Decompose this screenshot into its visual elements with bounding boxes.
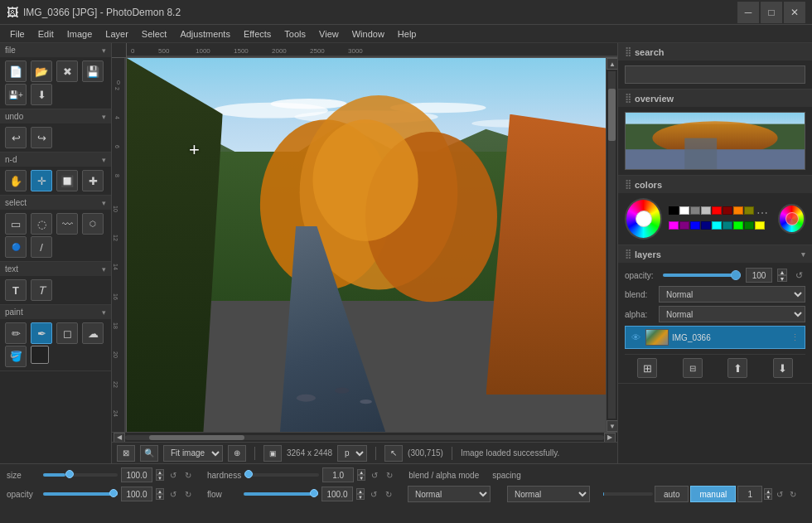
minimize-button[interactable]: ─ xyxy=(737,2,759,23)
hardness-reset-button[interactable]: ↺ xyxy=(369,469,380,481)
menu-effects[interactable]: Effects xyxy=(237,27,278,41)
canvas-inner[interactable] xyxy=(127,58,606,432)
menu-adjustments[interactable]: Adjustments xyxy=(173,27,237,41)
spacing-slider[interactable] xyxy=(603,492,653,496)
swatch-gray[interactable] xyxy=(690,206,700,215)
pipette-button[interactable]: 🔲 xyxy=(56,170,78,191)
scroll-up-button[interactable]: ▲ xyxy=(607,58,617,70)
size-down-arrow[interactable]: ▼ xyxy=(156,475,164,481)
size-slider[interactable] xyxy=(43,473,118,477)
swatch-silver[interactable] xyxy=(701,206,711,215)
swatch-blue[interactable] xyxy=(690,221,700,230)
size-up-arrow[interactable]: ▲ xyxy=(156,469,164,475)
opacity-tool-value[interactable] xyxy=(121,487,152,501)
pencil-button[interactable]: ✏ xyxy=(5,322,27,344)
merge-up-button[interactable]: ⬆ xyxy=(727,358,747,378)
scroll-down-button[interactable]: ▼ xyxy=(607,420,617,432)
fill-button[interactable]: 🪣 xyxy=(5,346,27,367)
opacity-tool-up-arrow[interactable]: ▲ xyxy=(156,488,164,494)
section-header-nd[interactable]: n-d ▾ xyxy=(0,153,111,167)
save-file-button[interactable]: 💾 xyxy=(82,61,104,82)
swatch-red[interactable] xyxy=(712,206,722,215)
opacity-tool-down-arrow[interactable]: ▼ xyxy=(156,494,164,500)
hardness-value[interactable] xyxy=(322,467,354,482)
overview-thumbnail[interactable] xyxy=(625,112,805,170)
flow-value[interactable] xyxy=(321,487,353,501)
blend-select[interactable]: Normal Multiply Screen xyxy=(659,286,805,303)
unit-select[interactable]: px cm in xyxy=(337,445,367,462)
spacing-reset[interactable]: ↺ xyxy=(774,488,785,500)
size-reset-button[interactable]: ↺ xyxy=(167,469,179,481)
close-button[interactable]: ✕ xyxy=(784,2,805,23)
zoom-in-button[interactable]: ⊕ xyxy=(228,445,246,462)
smudge-button[interactable]: ☁ xyxy=(82,322,104,344)
menu-help[interactable]: Help xyxy=(391,27,423,41)
swatch-green[interactable] xyxy=(744,221,754,230)
export-button[interactable]: ⬇ xyxy=(31,84,52,105)
swatch-purple[interactable] xyxy=(679,221,689,230)
magic-wand-button[interactable]: 🔵 xyxy=(5,236,27,258)
flow-up-arrow[interactable]: ▲ xyxy=(356,488,365,494)
opacity-up-arrow[interactable]: ▲ xyxy=(777,269,787,275)
color-picker-button[interactable] xyxy=(31,346,49,364)
hardness-down-arrow[interactable]: ▼ xyxy=(357,475,365,481)
open-file-button[interactable]: 📂 xyxy=(31,61,52,82)
ellipse-select-button[interactable]: ◌ xyxy=(31,213,52,235)
swatch-darkblue[interactable] xyxy=(701,221,711,230)
layer-item[interactable]: 👁 IMG_0366 ⋮ xyxy=(625,326,805,349)
opacity-slider[interactable] xyxy=(663,274,741,277)
scroll-right-button[interactable]: ▶ xyxy=(604,433,616,443)
flow-slider[interactable] xyxy=(244,492,318,496)
swatch-yellow[interactable] xyxy=(755,221,765,230)
swatch-olive[interactable] xyxy=(744,206,754,215)
size-value[interactable] xyxy=(121,467,152,482)
layer-menu-button[interactable]: ⋮ xyxy=(788,331,801,344)
spacing-restore[interactable]: ↻ xyxy=(787,488,799,500)
swatch-lime[interactable] xyxy=(733,221,743,230)
swatch-black[interactable] xyxy=(669,206,679,215)
spacing-down-arrow[interactable]: ▼ xyxy=(764,494,772,500)
flow-reset[interactable]: ↺ xyxy=(368,488,379,500)
blend-mode-select[interactable]: Normal Multiply Screen xyxy=(408,486,491,502)
menu-file[interactable]: File xyxy=(3,27,31,41)
manual-spacing-button[interactable]: manual xyxy=(690,486,736,502)
scroll-left-button[interactable]: ◀ xyxy=(114,433,125,443)
opacity-reset-button[interactable]: ↺ xyxy=(792,269,805,282)
close-file-button[interactable]: ✖ xyxy=(56,61,78,82)
measure-button[interactable]: ✚ xyxy=(82,170,104,191)
swatch-more-button[interactable]: ⋯ xyxy=(756,206,768,220)
lasso-button[interactable]: 〰 xyxy=(56,213,78,235)
menu-image[interactable]: Image xyxy=(60,27,99,41)
section-header-text[interactable]: text ▾ xyxy=(0,262,111,276)
zoom-out-button[interactable]: 🔍 xyxy=(140,445,158,462)
eraser-button[interactable]: ◻ xyxy=(56,322,78,344)
menu-view[interactable]: View xyxy=(312,27,346,41)
opacity-tool-slider[interactable] xyxy=(43,492,118,496)
opacity-tool-reset[interactable]: ↺ xyxy=(167,488,179,500)
swatch-white[interactable] xyxy=(679,206,689,215)
zoom-select[interactable]: Fit image 100% 50% xyxy=(163,445,223,462)
search-input[interactable] xyxy=(625,65,805,84)
swatch-orange[interactable] xyxy=(733,206,743,215)
paintbrush-button[interactable]: ✒ xyxy=(31,322,52,344)
opacity-tool-restore[interactable]: ↻ xyxy=(182,488,194,500)
undo-button[interactable]: ↩ xyxy=(5,127,27,148)
delete-layer-button[interactable]: ⊟ xyxy=(683,358,703,378)
new-file-button[interactable]: 📄 xyxy=(5,61,27,82)
layers-header[interactable]: ⣿ layers ▾ xyxy=(618,245,812,263)
section-header-undo[interactable]: undo ▾ xyxy=(0,109,111,123)
size-restore-button[interactable]: ↻ xyxy=(182,469,194,481)
polygon-select-button[interactable]: ⬡ xyxy=(82,213,104,235)
small-color-wheel[interactable] xyxy=(778,204,805,234)
flow-restore[interactable]: ↻ xyxy=(383,488,394,500)
swatch-magenta[interactable] xyxy=(669,221,679,230)
alpha-select[interactable]: Normal Inherit xyxy=(659,306,805,322)
menu-select[interactable]: Select xyxy=(135,27,174,41)
layer-visibility-button[interactable]: 👁 xyxy=(629,331,642,344)
section-header-select[interactable]: select ▾ xyxy=(0,196,111,210)
hardness-restore-button[interactable]: ↻ xyxy=(384,469,395,481)
auto-spacing-button[interactable]: auto xyxy=(655,486,689,502)
opacity-down-arrow[interactable]: ▼ xyxy=(777,275,787,282)
menu-tools[interactable]: Tools xyxy=(278,27,312,41)
merge-down-button[interactable]: ⬇ xyxy=(773,358,793,378)
